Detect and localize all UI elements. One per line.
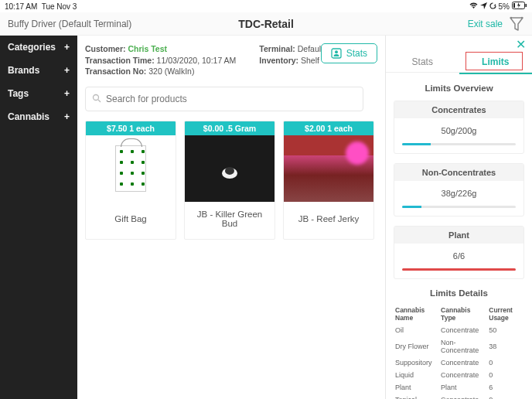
top-bar: Buffy Driver (Default Terminal) TDC-Reta… (0, 12, 532, 36)
product-card[interactable]: $0.00 .5 Gram JB - Killer Green Bud (184, 121, 275, 240)
location-icon (480, 2, 487, 11)
panel-body: Limits Overview Concentrates 50g/200g No… (386, 74, 532, 399)
svg-point-7 (94, 95, 99, 101)
sidebar-item-categories[interactable]: Categories + (0, 36, 77, 59)
sidebar-item-label: Cannabis (8, 111, 49, 122)
product-thumb (185, 135, 275, 202)
refresh-icon (489, 2, 496, 11)
sidebar-item-tags[interactable]: Tags + (0, 82, 77, 105)
battery-pct: 5% (499, 2, 510, 11)
table-header-row: Cannabis Name Cannabis Type Current Usag… (394, 304, 524, 324)
progress-bar (402, 268, 516, 271)
table-row: OilConcentrate50 (394, 324, 524, 336)
product-card[interactable]: $7.50 1 each Gift Bag (85, 121, 176, 240)
svg-point-10 (225, 167, 234, 175)
product-name: JB - Reef Jerky (284, 202, 373, 239)
svg-point-3 (510, 16, 512, 18)
product-price: $7.50 1 each (86, 121, 176, 135)
stats-button-label: Stats (346, 48, 367, 59)
sidebar-item-cannabis[interactable]: Cannabis + (0, 105, 77, 128)
svg-point-4 (521, 16, 523, 18)
table-row: LiquidConcentrate0 (394, 369, 524, 381)
search-input[interactable] (106, 94, 356, 104)
sidebar-item-label: Brands (8, 65, 39, 76)
tab-limits[interactable]: Limits (459, 52, 533, 72)
stats-button[interactable]: Stats (321, 43, 377, 63)
table-row: SuppositoryConcentrate0 (394, 356, 524, 369)
limit-card-nonconcentrates: Non-Concentrates 38g/226g (394, 163, 524, 217)
sidebar-item-brands[interactable]: Brands + (0, 59, 77, 82)
svg-rect-2 (513, 3, 515, 8)
product-cards: $7.50 1 each Gift Bag $0.00 .5 Gram JB -… (85, 121, 377, 240)
gift-bag-image (115, 145, 146, 192)
sidebar-item-label: Tags (8, 88, 29, 99)
table-row: TopicalConcentrate0 (394, 394, 524, 399)
search-icon (92, 92, 101, 106)
product-price: $2.00 1 each (284, 121, 373, 135)
progress-bar (402, 143, 516, 145)
limit-card-concentrates: Concentrates 50g/200g (394, 101, 524, 154)
product-thumb (284, 135, 373, 202)
limits-overview-title: Limits Overview (394, 84, 524, 93)
svg-rect-1 (526, 4, 527, 7)
exit-sale-link[interactable]: Exit sale (468, 19, 503, 29)
limits-details-title: Limits Details (394, 288, 524, 298)
limits-details-table: Cannabis Name Cannabis Type Current Usag… (394, 304, 524, 399)
customer-name-link[interactable]: Chris Test (128, 44, 167, 53)
sidebar: Categories + Brands + Tags + Cannabis + (0, 36, 77, 399)
limit-value: 38g/226g (394, 181, 523, 201)
svg-point-6 (335, 50, 338, 53)
product-price: $0.00 .5 Gram (185, 121, 275, 135)
status-right: 5% (469, 2, 527, 11)
product-card[interactable]: $2.00 1 each JB - Reef Jerky (283, 121, 374, 240)
battery-icon (512, 2, 527, 11)
search-bar[interactable] (85, 87, 363, 111)
panel-tabs: Stats Limits (386, 52, 532, 73)
sidebar-item-label: Categories (8, 42, 56, 53)
table-row: PlantPlant6 (394, 381, 524, 394)
limit-title: Concentrates (394, 101, 523, 118)
limit-value: 6/6 (394, 244, 523, 264)
wifi-icon (469, 2, 478, 11)
table-row: Dry FlowerNon-Concentrate38 (394, 336, 524, 356)
status-time-date: 10:17 AM Tue Nov 3 (5, 2, 77, 11)
ios-status-bar: 10:17 AM Tue Nov 3 5% (0, 0, 532, 12)
limits-panel: ✕ Stats Limits Limits Overview Concentra… (385, 36, 532, 399)
person-badge-icon (331, 48, 342, 59)
limit-value: 50g/200g (394, 118, 523, 138)
limit-title: Non-Concentrates (394, 164, 523, 181)
terminal-name: Buffy Driver (Default Terminal) (8, 19, 131, 29)
product-name: Gift Bag (86, 202, 176, 239)
plus-icon: + (64, 111, 70, 122)
filter-icon[interactable] (509, 15, 524, 32)
plus-icon: + (64, 42, 70, 53)
tab-stats[interactable]: Stats (386, 52, 459, 72)
plus-icon: + (64, 88, 70, 99)
product-thumb (86, 135, 176, 202)
plus-icon: + (64, 65, 70, 76)
limit-title: Plant (394, 227, 523, 244)
product-name: JB - Killer Green Bud (185, 202, 275, 239)
svg-line-8 (98, 100, 101, 102)
progress-bar (402, 206, 516, 208)
center-panel: Customer: Chris Test Transaction Time: 1… (77, 36, 385, 399)
close-icon[interactable]: ✕ (516, 36, 532, 52)
limit-card-plant: Plant 6/6 (394, 226, 524, 279)
